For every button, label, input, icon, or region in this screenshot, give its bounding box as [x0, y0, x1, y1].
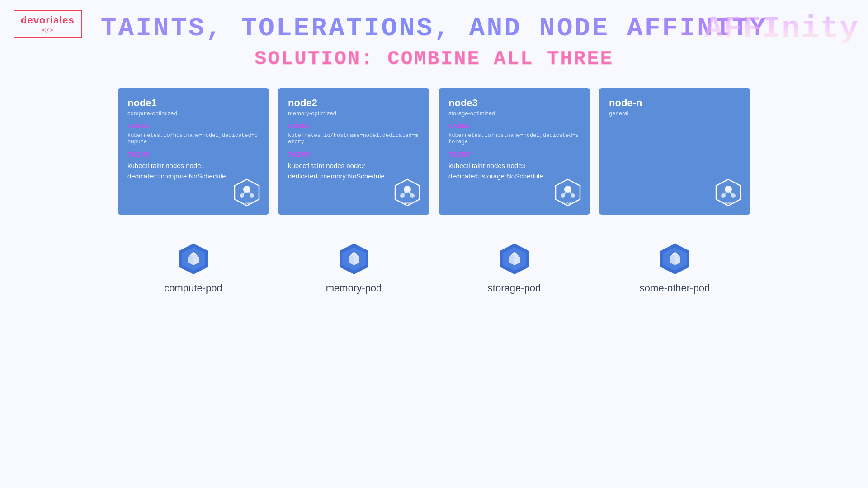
- affinity-watermark: AFFInity: [704, 11, 859, 46]
- svg-text:node: node: [404, 201, 411, 204]
- node3-label-heading: LABEL: [448, 123, 580, 131]
- svg-line-12: [409, 192, 411, 194]
- svg-text:node: node: [725, 201, 732, 204]
- svg-point-15: [564, 186, 571, 193]
- node1-icon: node: [233, 178, 261, 206]
- pod-some-other: some-other-pod: [599, 242, 750, 294]
- node2-icon: node: [393, 178, 421, 206]
- storage-pod-icon: [496, 242, 533, 278]
- node1-type: compute-optimized: [127, 110, 259, 117]
- svg-line-18: [564, 192, 566, 194]
- storage-pod-label: storage-pod: [488, 282, 541, 294]
- pods-container: compute-pod memory-pod storage-pod: [18, 242, 850, 294]
- svg-line-19: [569, 192, 572, 194]
- subtitle: SOLUTION: COMBINE ALL THREE: [0, 47, 868, 70]
- node3-icon: node: [554, 178, 582, 206]
- svg-point-22: [725, 186, 732, 193]
- some-other-pod-label: some-other-pod: [640, 282, 710, 294]
- node-n-type: general: [609, 110, 741, 117]
- memory-pod-label: memory-pod: [326, 282, 382, 294]
- nodes-container: node1 compute-optimized LABEL kubernetes…: [18, 88, 850, 215]
- pod-memory: memory-pod: [278, 242, 429, 294]
- svg-point-8: [404, 186, 411, 193]
- node1-taint-heading: TAINT: [127, 151, 259, 159]
- node2-label-heading: LABEL: [288, 123, 420, 131]
- node-n-icon: node: [714, 178, 742, 206]
- pod-storage: storage-pod: [439, 242, 590, 294]
- pod-compute: compute-pod: [118, 242, 269, 294]
- node1-label-heading: LABEL: [127, 123, 259, 131]
- node-card-node2: node2 memory-optimized LABEL kubernetes.…: [278, 88, 429, 215]
- node1-name: node1: [127, 97, 259, 109]
- node2-name: node2: [288, 97, 420, 109]
- node3-taint-heading: TAINT: [448, 151, 580, 159]
- node3-name: node3: [448, 97, 580, 109]
- compute-pod-label: compute-pod: [164, 282, 222, 294]
- some-other-pod-icon: [657, 242, 693, 278]
- node3-type: storage-optimized: [448, 110, 580, 117]
- node-card-node-n: node-n general node: [599, 88, 750, 215]
- svg-line-5: [248, 192, 251, 194]
- node1-label-value: kubernetes.io/hostname=node1,dedicated=c…: [127, 132, 259, 145]
- svg-line-26: [730, 192, 732, 194]
- node2-label-value: kubernetes.io/hostname=node1,dedicated=m…: [288, 132, 420, 145]
- svg-text:node: node: [243, 201, 250, 204]
- node3-label-value: kubernetes.io/hostname=node1,dedicated=s…: [448, 132, 580, 145]
- node2-taint-heading: TAINT: [288, 151, 420, 159]
- memory-pod-icon: [336, 242, 372, 278]
- svg-line-11: [403, 192, 406, 194]
- svg-line-4: [243, 192, 245, 194]
- svg-line-25: [724, 192, 727, 194]
- node-card-node1: node1 compute-optimized LABEL kubernetes…: [118, 88, 269, 215]
- compute-pod-icon: [175, 242, 212, 278]
- node-card-node3: node3 storage-optimized LABEL kubernetes…: [439, 88, 590, 215]
- node-n-name: node-n: [609, 97, 741, 109]
- node2-type: memory-optimized: [288, 110, 420, 117]
- svg-text:node: node: [564, 201, 571, 204]
- svg-point-1: [243, 186, 250, 193]
